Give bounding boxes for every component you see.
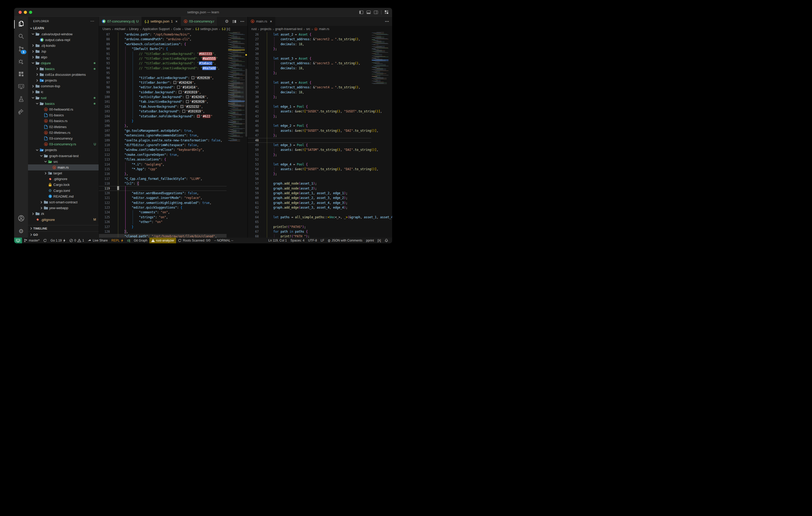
breadcrumb-item[interactable]: michael bbox=[115, 27, 125, 31]
status-repl[interactable]: REPL bbox=[110, 238, 125, 243]
status-problems[interactable]: 01 bbox=[67, 238, 86, 243]
status-git-branch[interactable]: master* bbox=[22, 238, 41, 243]
tab-03-concurrency.r[interactable]: R03-concurrency.r bbox=[181, 17, 218, 26]
close-window-button[interactable] bbox=[19, 11, 22, 14]
status-live-share[interactable]: Live Share bbox=[86, 238, 109, 243]
tree-item-scrt-smart-contract[interactable]: scrt-smart-contract bbox=[28, 199, 98, 205]
toggle-secondary-sidebar-icon[interactable] bbox=[374, 10, 378, 14]
code-editor-mainrs[interactable]: 26 let asset_2 = Asset {27 contract_addr… bbox=[248, 32, 392, 238]
status-sync[interactable] bbox=[41, 238, 49, 243]
tree-item-ic[interactable]: ic bbox=[28, 89, 98, 95]
status-encoding[interactable]: UTF-8 bbox=[306, 238, 319, 243]
tree-item-readme.md[interactable]: README.md bbox=[28, 193, 98, 199]
tab-settings.json[interactable]: {..}settings.json1× bbox=[142, 17, 181, 26]
activity-item-search[interactable] bbox=[14, 31, 28, 43]
activity-item-source-control[interactable]: 5 bbox=[14, 43, 28, 56]
breadcrumb-item[interactable]: src bbox=[306, 27, 310, 31]
tree-item-clojure[interactable]: clojure bbox=[28, 60, 98, 66]
activity-item-testing[interactable] bbox=[14, 93, 28, 106]
tree-item-rust[interactable]: rust bbox=[28, 95, 98, 101]
tree-item-basics[interactable]: basics bbox=[28, 66, 98, 72]
color-swatch[interactable] bbox=[173, 81, 176, 84]
tree-item-00-helloworld.rs[interactable]: R00-helloworld.rs bbox=[28, 107, 98, 112]
tree-item-algo[interactable]: algo bbox=[28, 54, 98, 60]
code-editor-settings[interactable]: 87 "arduino.path": "/opt/homebrew/bin/",… bbox=[99, 32, 248, 238]
activity-item-explorer[interactable] bbox=[14, 18, 28, 31]
zoom-window-button[interactable] bbox=[29, 11, 32, 14]
tree-item-src[interactable]: </>src bbox=[28, 159, 98, 164]
tree-item-zk[interactable]: zk bbox=[28, 211, 98, 217]
tab-07-concurrency.clj[interactable]: 07-concurrency.cljU bbox=[99, 17, 142, 26]
activity-item-run-debug[interactable] bbox=[14, 56, 28, 68]
tree-item-.clj-kondo[interactable]: .clj-kondo bbox=[28, 42, 98, 48]
status-go-version[interactable]: Go 1.19 bbox=[49, 238, 67, 243]
status-lambda[interactable]: [λ] bbox=[376, 238, 383, 243]
status-vim-mode[interactable]: -- NORMAL -- bbox=[212, 238, 235, 243]
tree-item-.lsp[interactable]: .lsp bbox=[28, 49, 98, 54]
sidebar-section-timeline[interactable]: TIMELINE bbox=[28, 225, 98, 231]
split-editor-icon[interactable] bbox=[232, 19, 236, 24]
tree-item-02-lifetimes.rs[interactable]: R02-lifetimes.rs bbox=[28, 130, 98, 135]
toggle-panel-icon[interactable] bbox=[367, 10, 371, 14]
status-language-mode[interactable]: {}JSON with Comments bbox=[326, 238, 365, 243]
workspace-section-learn[interactable]: LEARN bbox=[28, 25, 98, 31]
activity-item-remote-explorer[interactable] bbox=[14, 81, 28, 93]
tree-item-03-concurrency[interactable]: 03-concurrency bbox=[28, 135, 98, 141]
tree-item-03-concurrency.rs[interactable]: R03-concurrency.rsU bbox=[28, 142, 98, 147]
color-swatch[interactable] bbox=[182, 110, 185, 113]
more-actions-icon[interactable]: ⋯ bbox=[385, 19, 389, 24]
status-remote-indicator[interactable] bbox=[14, 238, 22, 243]
more-actions-icon[interactable]: ⋯ bbox=[240, 19, 244, 24]
tree-item-common-lisp[interactable]: common-lisp bbox=[28, 83, 98, 89]
sidebar-section-go[interactable]: GO bbox=[28, 231, 98, 238]
color-swatch[interactable] bbox=[177, 86, 180, 89]
editor-settings-icon[interactable]: ⚙ bbox=[225, 19, 229, 24]
tree-item-cargo.toml[interactable]: ⚙Cargo.toml bbox=[28, 188, 98, 193]
tree-item-yew-webapp[interactable]: yew-webapp bbox=[28, 205, 98, 211]
breadcrumb-item[interactable]: Users bbox=[103, 27, 111, 31]
sidebar-more-actions-icon[interactable]: ⋯ bbox=[90, 19, 94, 24]
status-cursor-position[interactable]: Ln 119, Col 1 bbox=[267, 238, 289, 243]
tree-item-.gitignore[interactable]: .gitignoreM bbox=[28, 217, 98, 222]
activity-item-extensions[interactable] bbox=[14, 68, 28, 81]
status-pprint[interactable]: pprint bbox=[364, 238, 376, 243]
tree-item-01-basics.rs[interactable]: R01-basics.rs bbox=[28, 118, 98, 124]
tree-item-output.calva-repl[interactable]: output.calva-repl bbox=[28, 37, 98, 42]
breadcrumb-item[interactable]: graph-traversal-test bbox=[275, 27, 302, 31]
tree-item-target[interactable]: target bbox=[28, 171, 98, 176]
tree-item-02-lifetimes[interactable]: 02-lifetimes bbox=[28, 124, 98, 130]
minimap[interactable] bbox=[372, 32, 388, 238]
minimap[interactable] bbox=[228, 32, 245, 238]
color-swatch[interactable] bbox=[192, 76, 194, 79]
tree-item-01-basics[interactable]: 01-basics bbox=[28, 113, 98, 118]
status-git-graph[interactable]: Git Graph bbox=[132, 238, 149, 243]
color-swatch[interactable] bbox=[180, 105, 183, 108]
tree-item-cs61a-discussion-problems[interactable]: cs61a discussion problems bbox=[28, 72, 98, 78]
breadcrumb-item[interactable]: rust bbox=[252, 27, 257, 31]
activity-item-accounts[interactable] bbox=[14, 213, 28, 225]
color-swatch[interactable] bbox=[179, 91, 181, 94]
minimize-window-button[interactable] bbox=[24, 11, 27, 14]
activity-item-live-share[interactable] bbox=[14, 106, 28, 118]
close-icon[interactable]: × bbox=[175, 19, 177, 24]
tree-item-.gitignore[interactable]: .gitignore bbox=[28, 176, 98, 182]
tab-main.rs[interactable]: Rmain.rs× bbox=[248, 17, 275, 26]
color-swatch[interactable] bbox=[197, 115, 200, 118]
close-icon[interactable]: × bbox=[270, 19, 272, 24]
color-swatch[interactable] bbox=[186, 95, 189, 98]
tree-item-basics[interactable]: basics bbox=[28, 101, 98, 107]
breadcrumb-item[interactable]: Rmain.rs bbox=[314, 27, 329, 31]
color-swatch[interactable] bbox=[186, 100, 189, 103]
breadcrumb-item[interactable]: Application Support bbox=[142, 27, 170, 31]
tree-item-graph-traversal-test[interactable]: graph-traversal-test bbox=[28, 153, 98, 159]
status-notifications[interactable] bbox=[383, 238, 390, 243]
status-rust-analyzer[interactable]: rust-analyzer bbox=[149, 238, 176, 243]
breadcrumb-item[interactable]: Code bbox=[173, 27, 181, 31]
breadcrumb-item[interactable]: Library bbox=[129, 27, 139, 31]
breadcrumb-item[interactable]: User bbox=[185, 27, 191, 31]
tree-item-main.rs[interactable]: Rmain.rs bbox=[28, 164, 98, 170]
status-clj[interactable]: clj bbox=[125, 238, 132, 243]
tree-item-projects[interactable]: projects bbox=[28, 78, 98, 83]
tree-item-projects[interactable]: projects bbox=[28, 147, 98, 153]
breadcrumb-item[interactable]: {..}settings.json bbox=[195, 27, 218, 31]
